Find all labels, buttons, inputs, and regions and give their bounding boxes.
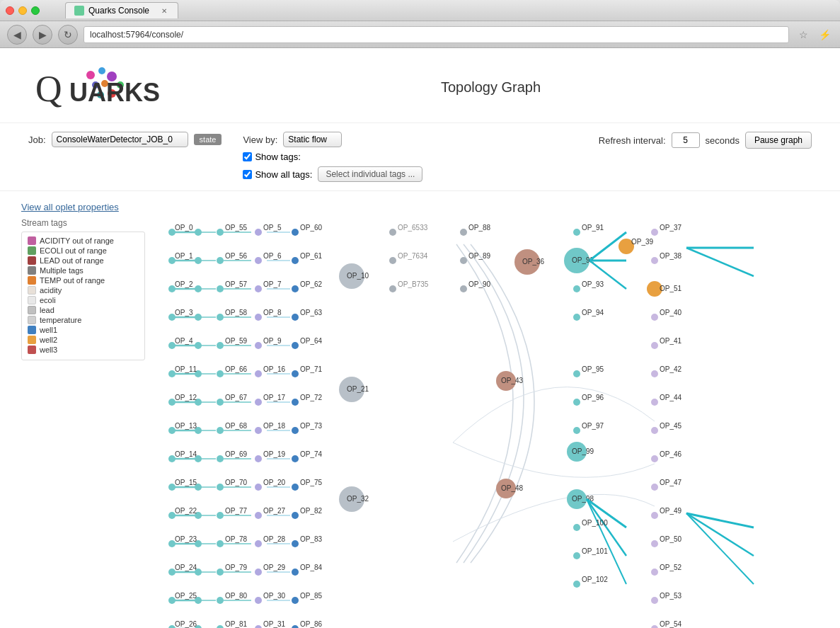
svg-point-96 <box>573 229 580 236</box>
svg-point-54 <box>292 285 299 292</box>
svg-text:OP_93: OP_93 <box>582 280 604 288</box>
row-25: OP_25 OP_80 OP_30 OP_85 <box>168 592 323 604</box>
nav-icons: ☆ ⚡ <box>795 26 833 43</box>
svg-text:OP_63: OP_63 <box>300 309 323 316</box>
minimize-button[interactable] <box>18 6 27 15</box>
svg-text:OP_60: OP_60 <box>300 224 323 232</box>
row-1: OP_0 OP_55 OP_5 OP_60 <box>168 224 323 236</box>
legend-item: lead <box>28 306 139 314</box>
svg-text:OP_95: OP_95 <box>582 365 604 373</box>
show-all-tags-row: Show all tags: Select individual tags ..… <box>243 166 422 182</box>
svg-text:OP_90: OP_90 <box>468 280 491 288</box>
page-content: Q UARKS Topology Graph Job: <box>0 48 840 628</box>
svg-text:OP_74: OP_74 <box>300 450 323 458</box>
svg-text:OP_7: OP_7 <box>263 280 282 288</box>
tab-close-button[interactable]: ✕ <box>159 6 169 16</box>
refresh-button[interactable]: ↻ <box>58 25 78 45</box>
svg-point-133 <box>573 370 580 377</box>
legend-label: ACIDITY out of range <box>40 236 114 245</box>
svg-point-150 <box>573 399 580 406</box>
svg-line-211 <box>587 499 626 584</box>
logo: Q UARKS <box>28 62 170 112</box>
svg-text:OP_50: OP_50 <box>660 535 682 543</box>
show-all-tags-checkbox[interactable] <box>243 170 252 179</box>
logo-svg: Q UARKS <box>28 62 170 112</box>
row-4: OP_3 OP_58 OP_8 OP_63 <box>168 309 323 321</box>
svg-point-291 <box>651 625 658 628</box>
svg-text:OP_31: OP_31 <box>263 620 286 628</box>
svg-text:OP_84: OP_84 <box>300 564 323 571</box>
legend-color-well2 <box>28 336 36 344</box>
svg-point-36 <box>255 257 262 264</box>
title-bar: Quarks Console ✕ <box>0 0 840 21</box>
svg-text:OP_79: OP_79 <box>225 564 248 571</box>
legend-color-well1 <box>28 326 36 334</box>
svg-text:OP_51: OP_51 <box>660 285 682 292</box>
svg-text:OP_10: OP_10 <box>347 272 369 280</box>
legend-label: well3 <box>40 346 57 354</box>
svg-point-20 <box>217 229 224 236</box>
svg-point-80 <box>217 342 224 349</box>
svg-point-48 <box>217 285 224 292</box>
svg-point-242 <box>573 552 580 559</box>
svg-point-165 <box>292 427 299 434</box>
svg-text:OP_69: OP_69 <box>225 450 248 458</box>
svg-text:OP_25: OP_25 <box>175 592 197 600</box>
svg-text:OP_89: OP_89 <box>468 252 491 260</box>
view-oplet-link[interactable]: View all oplet properties <box>21 202 145 212</box>
sidebar: View all oplet properties Stream tags AC… <box>14 202 152 628</box>
view-by-select[interactable]: Static flow <box>283 132 342 147</box>
show-tags-checkbox[interactable] <box>243 152 252 161</box>
refresh-input[interactable] <box>672 132 700 148</box>
active-tab[interactable]: Quarks Console ✕ <box>65 2 178 18</box>
svg-text:OP_22: OP_22 <box>175 507 197 515</box>
legend-color-lead <box>28 306 36 314</box>
maximize-button[interactable] <box>31 6 40 15</box>
svg-text:OP_27: OP_27 <box>263 507 286 515</box>
svg-text:OP_23: OP_23 <box>175 535 197 543</box>
svg-text:OP_14: OP_14 <box>175 450 197 458</box>
address-bar[interactable]: localhost:57964/console/ <box>84 26 789 43</box>
svg-text:OP_57: OP_57 <box>225 280 248 288</box>
svg-text:OP_68: OP_68 <box>225 422 248 430</box>
svg-text:OP_81: OP_81 <box>225 620 248 628</box>
svg-text:OP_86: OP_86 <box>300 620 323 628</box>
svg-point-88 <box>460 229 467 236</box>
svg-text:OP_11: OP_11 <box>175 365 197 373</box>
svg-text:OP_70: OP_70 <box>225 479 248 486</box>
legend-label: ECOLI out of range <box>40 246 107 255</box>
topology-graph-svg[interactable]: OP_0 OP_55 OP_5 OP_60 <box>159 202 839 628</box>
forward-button[interactable]: ▶ <box>33 25 52 45</box>
pause-graph-button[interactable]: Pause graph <box>745 132 812 149</box>
svg-point-251 <box>217 569 224 576</box>
svg-text:OP_19: OP_19 <box>263 450 286 458</box>
legend-item: ECOLI out of range <box>28 246 139 255</box>
legend-label: well2 <box>40 336 57 344</box>
svg-text:OP_102: OP_102 <box>582 576 608 583</box>
svg-point-198 <box>255 484 262 491</box>
job-select[interactable]: ConsoleWaterDetector_JOB_0 <box>52 132 188 147</box>
svg-point-83 <box>255 342 262 349</box>
extension-icon[interactable]: ⚡ <box>816 26 833 43</box>
back-button[interactable]: ◀ <box>7 25 27 45</box>
page-title: Topology Graph <box>170 79 812 96</box>
svg-point-39 <box>292 257 299 264</box>
legend-item: acidity <box>28 286 139 295</box>
stream-tags-label: Stream tags <box>21 218 145 228</box>
select-tags-button[interactable]: Select individual tags ... <box>318 166 422 182</box>
bookmark-icon[interactable]: ☆ <box>795 26 812 43</box>
row-13: OP_13 OP_68 OP_18 OP_73 <box>168 422 323 434</box>
svg-text:OP_2: OP_2 <box>175 280 193 288</box>
svg-text:OP_36: OP_36 <box>522 258 545 266</box>
close-button[interactable] <box>6 6 14 15</box>
row-11: OP_11 OP_66 OP_16 OP_71 <box>168 365 323 377</box>
svg-text:OP_6: OP_6 <box>263 252 282 260</box>
svg-text:OP_38: OP_38 <box>660 252 682 260</box>
legend-label: Multiple tags <box>40 266 84 275</box>
svg-point-26 <box>292 229 299 236</box>
svg-text:OP_5: OP_5 <box>263 224 282 232</box>
svg-point-60 <box>389 285 396 292</box>
svg-point-56 <box>389 229 396 236</box>
svg-text:OP_96: OP_96 <box>582 394 604 401</box>
svg-text:OP_75: OP_75 <box>300 479 323 486</box>
